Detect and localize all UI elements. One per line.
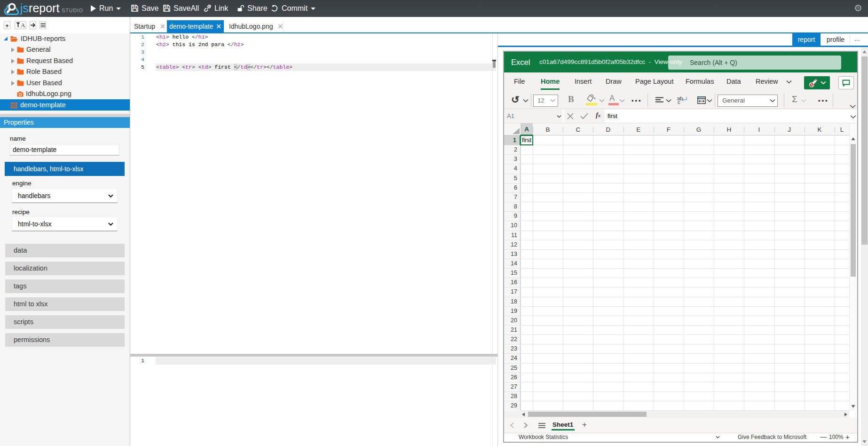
svg-text:A: A: [21, 22, 25, 28]
svg-text:c: c: [678, 99, 680, 104]
